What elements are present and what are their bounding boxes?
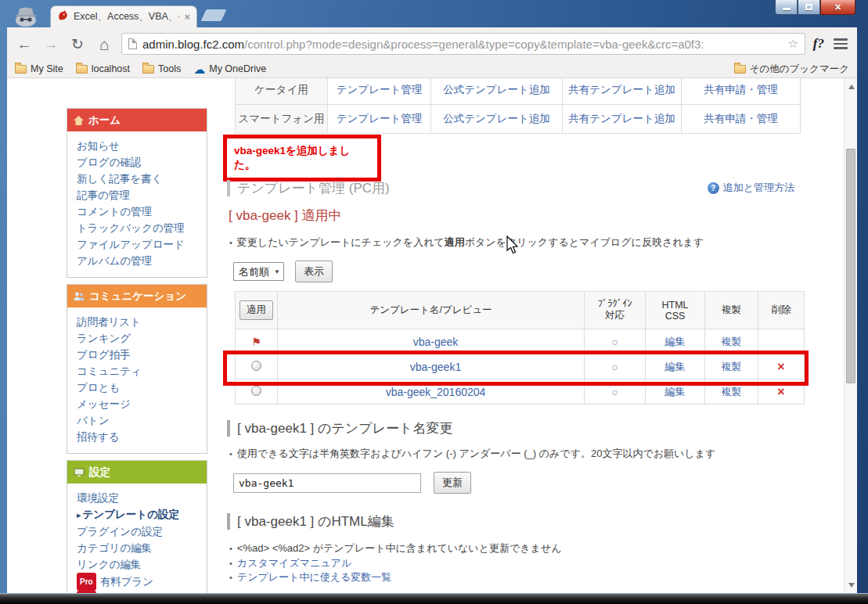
reload-icon[interactable]: ↻ xyxy=(68,37,87,52)
home-icon[interactable]: ⌂ xyxy=(95,36,113,52)
other-bookmarks[interactable]: その他のブックマーク xyxy=(734,63,849,76)
edit-link[interactable]: 編集 xyxy=(665,386,686,397)
template-variables-link[interactable]: テンプレート中に使える変数一覧 xyxy=(237,571,391,583)
table-row: スマートフォン用 テンプレート管理 公式テンプレート追加 共有テンプレート追加 … xyxy=(236,105,801,134)
copy-link[interactable]: 複製 xyxy=(722,361,742,372)
scrollbar-thumb[interactable] xyxy=(846,149,855,383)
back-icon[interactable]: ← xyxy=(15,37,34,52)
sidebar-section-communication: コミュニケーション 訪問者リスト ランキング ブログ拍手 コミュニティ プロとも… xyxy=(67,284,207,454)
sidebar-item[interactable]: リンクの編集 xyxy=(77,556,202,573)
shared-apply-manage-link[interactable]: 共有申請・管理 xyxy=(704,113,778,124)
forward-icon[interactable]: → xyxy=(41,37,60,52)
applied-flag-icon: ⚑ xyxy=(251,336,261,348)
sidebar-item[interactable]: 招待する xyxy=(77,429,202,445)
sidebar-item[interactable]: 新しく記事を書く xyxy=(77,171,202,187)
new-tab-button[interactable] xyxy=(201,9,227,21)
sidebar-item[interactable]: ランキング xyxy=(77,330,202,347)
sidebar-item-pro[interactable]: Pro有料プラン xyxy=(77,573,202,591)
rename-section-title: [ vba-geek1 ] のテンプレート名変更 xyxy=(227,420,452,437)
plugin-support-mark: ○ xyxy=(611,386,618,398)
sidebar-item[interactable]: ファイルアップロード xyxy=(77,236,202,253)
address-bar[interactable]: admin.blog.fc2.com/control.php?mode=desi… xyxy=(121,33,805,55)
bullet-icon: • xyxy=(229,573,232,582)
folder-icon xyxy=(76,65,88,74)
template-name-input[interactable] xyxy=(233,473,421,493)
bookmark-onedrive[interactable]: ☁My OneDrive xyxy=(193,63,266,75)
sidebar-item[interactable]: プラグインの設定 xyxy=(77,523,202,540)
plugin-support-mark: ○ xyxy=(611,336,618,348)
sidebar-item[interactable]: 記事の管理 xyxy=(77,187,202,203)
notice-text: vba-geek1を追加しました。 xyxy=(234,145,350,171)
shared-template-add-link[interactable]: 共有テンプレート追加 xyxy=(568,84,675,95)
rename-hint: •使用できる文字は半角英数字およびハイフン (-) アンダーバー (_) のみで… xyxy=(229,447,715,461)
sidebar-item[interactable]: プロとも xyxy=(77,379,202,396)
sidebar-item-template-settings[interactable]: ▸テンプレートの設定 xyxy=(77,506,202,523)
shared-template-add-link[interactable]: 共有テンプレート追加 xyxy=(568,113,675,124)
bookmark-star-icon[interactable]: ☆ xyxy=(787,37,798,51)
sidebar-item[interactable]: バトン xyxy=(77,412,202,429)
window-minimize-button[interactable] xyxy=(775,0,798,15)
pro-badge: Pro xyxy=(77,573,96,591)
browser-toolbar: ← → ↻ ⌂ admin.blog.fc2.com/control.php?m… xyxy=(7,27,857,60)
template-manage-link[interactable]: テンプレート管理 xyxy=(337,113,423,124)
sidebar-item[interactable]: ブログの確認 xyxy=(77,154,202,171)
font-extension-icon[interactable]: f? xyxy=(813,36,824,52)
main-content: ケータイ用 テンプレート管理 公式テンプレート追加 共有テンプレート追加 共有申… xyxy=(223,78,818,593)
window-close-button[interactable]: × xyxy=(820,0,855,15)
url-text[interactable]: admin.blog.fc2.com/control.php?mode=desi… xyxy=(142,38,782,51)
copy-link[interactable]: 複製 xyxy=(722,386,742,397)
apply-button[interactable]: 適用 xyxy=(240,300,273,320)
sidebar-item[interactable]: ブログ拍手 xyxy=(77,347,202,363)
scroll-down-arrow-icon[interactable] xyxy=(845,579,857,591)
help-link[interactable]: ? 追加と管理方法 xyxy=(708,181,794,195)
show-button[interactable]: 表示 xyxy=(295,261,333,282)
template-name-link[interactable]: vba-geek1 xyxy=(410,361,461,373)
bookmark-localhost[interactable]: localhost xyxy=(76,63,130,74)
template-name-link[interactable]: vba-geek xyxy=(413,336,459,348)
select-radio[interactable] xyxy=(251,386,261,396)
apply-hint: •変更したいテンプレートにチェックを入れて適用ボタンをクリックするとマイブログに… xyxy=(229,235,704,250)
sidebar-item[interactable]: カテゴリの編集 xyxy=(77,540,202,556)
col-template-name: テンプレート名/プレビュー xyxy=(278,292,585,329)
sidebar-item[interactable]: アルバムの管理 xyxy=(77,253,202,269)
window-maximize-button[interactable] xyxy=(798,0,820,15)
edit-link[interactable]: 編集 xyxy=(665,336,686,347)
tab-close-icon[interactable]: × xyxy=(184,11,190,23)
customize-manual-link[interactable]: カスタマイズマニュアル xyxy=(237,557,351,569)
sidebar-item[interactable]: トラックバックの管理 xyxy=(77,220,202,236)
browser-tab[interactable]: Excel、Access、VBA、○ × xyxy=(50,5,197,27)
official-template-add-link[interactable]: 公式テンプレート追加 xyxy=(443,84,550,95)
sidebar-item[interactable]: 環境設定 xyxy=(77,490,202,506)
table-row: ケータイ用 テンプレート管理 公式テンプレート追加 共有テンプレート追加 共有申… xyxy=(236,78,801,105)
update-button[interactable]: 更新 xyxy=(434,472,471,494)
sidebar-item[interactable]: コミュニティ xyxy=(77,363,202,379)
page-icon xyxy=(128,38,137,49)
official-template-add-link[interactable]: 公式テンプレート追加 xyxy=(443,113,550,124)
help-icon: ? xyxy=(708,182,719,194)
sidebar-item[interactable]: 訪問者リスト xyxy=(77,314,202,330)
bookmark-my-site[interactable]: My Site xyxy=(15,63,63,74)
menu-icon[interactable] xyxy=(832,35,849,52)
sidebar-header-settings: 設定 xyxy=(67,461,207,484)
copy-link[interactable]: 複製 xyxy=(722,336,742,347)
html-edit-section-title: [ vba-geek1 ] のHTML編集 xyxy=(227,513,394,530)
bookmark-tools[interactable]: Tools xyxy=(142,63,181,74)
table-row-vba-geek: ⚑ vba-geek ○ 編集 複製 xyxy=(236,329,805,354)
sidebar-item[interactable]: お知らせ xyxy=(77,138,202,154)
vertical-scrollbar[interactable] xyxy=(844,78,857,593)
notice-message-box: vba-geek1を追加しました。 xyxy=(223,135,381,182)
sort-select[interactable]: 名前順▼ xyxy=(233,262,284,281)
sidebar-item[interactable]: メッセージ xyxy=(77,396,202,412)
delete-icon[interactable]: × xyxy=(777,360,784,373)
template-name-link[interactable]: vba-geek_20160204 xyxy=(386,386,486,398)
select-radio[interactable] xyxy=(251,361,261,371)
people-icon xyxy=(74,292,85,301)
sidebar-item[interactable]: コメントの管理 xyxy=(77,203,202,220)
scroll-up-arrow-icon[interactable] xyxy=(845,80,857,92)
shared-apply-manage-link[interactable]: 共有申請・管理 xyxy=(704,84,778,95)
edit-link[interactable]: 編集 xyxy=(665,361,686,372)
delete-icon[interactable]: × xyxy=(777,385,784,398)
folder-icon xyxy=(142,65,154,74)
template-manage-link[interactable]: テンプレート管理 xyxy=(337,84,423,95)
html-edit-notes: •<%ad> <%ad2> がテンプレート中に含まれていないと更新できません •… xyxy=(229,541,562,585)
